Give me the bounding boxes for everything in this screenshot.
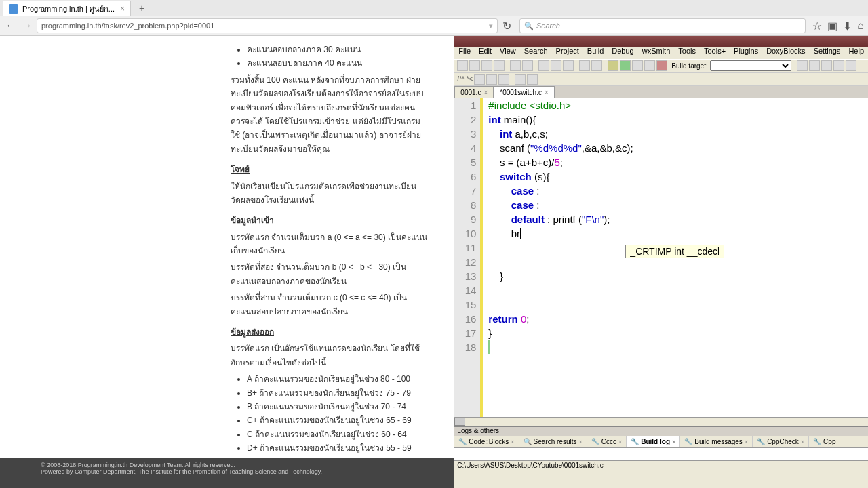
save-all-icon[interactable] [494,60,505,71]
search-placeholder: Search [536,22,560,30]
nav-back-icon[interactable] [515,74,526,85]
logs-header[interactable]: Logs & others [454,426,868,436]
menu-file[interactable]: File [458,47,471,59]
dropdown-icon[interactable]: ▾ [489,22,493,30]
list-item: D+ ถ้าคะแนนรวมของนักเรียนอยู่ในช่วง 55 -… [247,441,427,455]
log-tab[interactable]: 🔧Build log× [627,436,680,447]
open-icon[interactable] [469,60,480,71]
code-editor[interactable]: 123456789101112131415161718 #include <st… [454,98,868,417]
input-line: บรรทัดที่สาม จำนวนเต็มบวก c (0 <= c <= 4… [231,291,427,319]
menu-settings[interactable]: Settings [814,47,841,59]
list-item: คะแนนสอบกลางภาค 30 คะแนน [247,43,427,56]
log-tab[interactable]: 🔧Code::Blocks× [454,436,519,447]
ide-titlebar[interactable] [454,36,868,47]
top-list: คะแนนสอบกลางภาค 30 คะแนน คะแนนสอบปลายภาค… [247,43,427,70]
rebuild-icon[interactable] [644,60,655,71]
menu-edit[interactable]: Edit [479,47,492,59]
tool-icon[interactable] [486,74,497,85]
copy-icon[interactable] [551,60,561,71]
code-tooltip: _CRTIMP int __cdecl [625,245,724,258]
output-desc: บรรทัดแรก เป็นอักษรใช้แทนเกรดของนักเรียน… [231,342,427,369]
abort-icon[interactable] [656,60,667,71]
log-tab[interactable]: 🔧Cccc× [587,436,627,447]
tool-icon[interactable] [474,74,485,85]
forward-button[interactable]: → [20,19,34,33]
menu-doxyblocks[interactable]: DoxyBlocks [766,47,805,59]
menu-build[interactable]: Build [587,47,604,59]
menu-help[interactable]: Help [848,47,864,59]
page-footer: © 2008-2018 Programming.in.th Developmen… [0,458,454,488]
ide-menubar: File Edit View Search Project Build Debu… [454,47,868,59]
line-gutter: 123456789101112131415161718 [454,98,483,417]
input-heading: ข้อมูลนำเข้า [231,214,427,227]
close-icon[interactable]: × [545,89,549,96]
menu-tools[interactable]: Tools [678,47,696,59]
menu-plugins[interactable]: Plugins [734,47,758,59]
list-item: A ถ้าคะแนนรวมของนักเรียนอยู่ในช่วง 80 - … [247,372,427,386]
log-tab[interactable]: 🔧Cpp [809,436,840,447]
debug-step-over-icon[interactable] [821,60,832,71]
back-button[interactable]: ← [4,19,18,33]
save-icon[interactable] [481,60,492,71]
tool-icon[interactable] [498,74,509,85]
home-icon[interactable]: ⌂ [857,20,864,33]
pocket-icon[interactable]: ▣ [827,20,837,33]
code-area[interactable]: #include <stdio.h> int main(){ int a,b,c… [483,98,868,417]
debug-stop-icon[interactable] [846,60,856,71]
favicon [9,4,18,14]
menu-toolsplus[interactable]: Tools+ [704,47,726,59]
log-tab[interactable]: 🔧Build messages× [680,436,753,447]
input-line: บรรทัดที่สอง จำนวนเต็มบวก b (0 <= b <= 3… [231,260,427,288]
list-item: C ถ้าคะแนนรวมของนักเรียนอยู่ในช่วง 60 - … [247,428,427,441]
list-item: คะแนนสอบปลายภาค 40 คะแนน [247,56,427,70]
undo-icon[interactable] [510,60,521,71]
editor-tab[interactable]: *0001switch.c× [494,86,555,98]
tab-title: Programming.in.th | ศูนย์ก... [22,3,115,15]
url-bar[interactable]: programming.in.th/task/rev2_problem.php?… [37,18,498,33]
editor-tab[interactable]: 0001.c× [454,86,494,98]
browser-tab[interactable]: Programming.in.th | ศูนย์ก... × [3,1,131,16]
menu-view[interactable]: View [500,47,516,59]
ide-toolbar-2: /** *< [454,73,868,86]
editor-tab-bar: 0001.c× *0001switch.c× [454,86,868,98]
log-tab[interactable]: 🔧CppCheck× [753,436,809,447]
run-icon[interactable] [620,60,631,71]
debug-step-icon[interactable] [809,60,820,71]
horizontal-scrollbar[interactable] [454,417,868,426]
close-icon[interactable]: × [120,4,125,14]
objective-text: ให้นักเรียนเขียนโปรแกรมตัดเกรดเพื่อช่วยง… [231,180,427,207]
intro-para: รวมทั้งสิ้น 100 คะแนน หลังจากที่จบภาคการ… [231,73,427,156]
download-icon[interactable]: ⬇ [843,20,852,33]
search-icon: 🔍 [524,22,534,30]
menu-debug[interactable]: Debug [612,47,633,59]
nav-fwd-icon[interactable] [527,74,538,85]
paste-icon[interactable] [563,60,574,71]
new-tab-button[interactable]: + [135,3,149,14]
build-run-icon[interactable] [632,60,643,71]
output-heading: ข้อมูลส่งออก [231,325,427,339]
list-item: B+ ถ้าคะแนนรวมของนักเรียนอยู่ในช่วง 75 -… [247,386,427,400]
logs-tab-bar: 🔧Code::Blocks× 🔍Search results× 🔧Cccc× 🔧… [454,436,868,448]
menu-wxsmith[interactable]: wxSmith [642,47,671,59]
star-icon[interactable]: ☆ [812,20,822,33]
debug-start-icon[interactable] [797,60,808,71]
build-target-label: Build target: [671,62,707,70]
ide-statusbar: C:\Users\ASUS\Desktop\CYoutube\0001switc… [454,460,868,471]
redo-icon[interactable] [522,60,533,71]
close-icon[interactable]: × [484,89,488,96]
replace-icon[interactable] [591,60,602,71]
new-file-icon[interactable] [457,60,468,71]
find-icon[interactable] [579,60,590,71]
build-icon[interactable] [608,60,618,71]
list-item: B ถ้าคะแนนรวมของนักเรียนอยู่ในช่วง 70 - … [247,400,427,413]
menu-project[interactable]: Project [556,47,579,59]
cut-icon[interactable] [538,60,549,71]
build-target-select[interactable] [710,60,791,71]
log-tab[interactable]: 🔍Search results× [519,436,587,447]
search-bar[interactable]: 🔍 Search [519,18,806,33]
reload-button[interactable]: ↻ [500,20,513,33]
objective-heading: โจทย์ [231,163,427,176]
logs-body[interactable] [454,448,868,460]
menu-search[interactable]: Search [524,47,548,59]
debug-step-out-icon[interactable] [833,60,844,71]
